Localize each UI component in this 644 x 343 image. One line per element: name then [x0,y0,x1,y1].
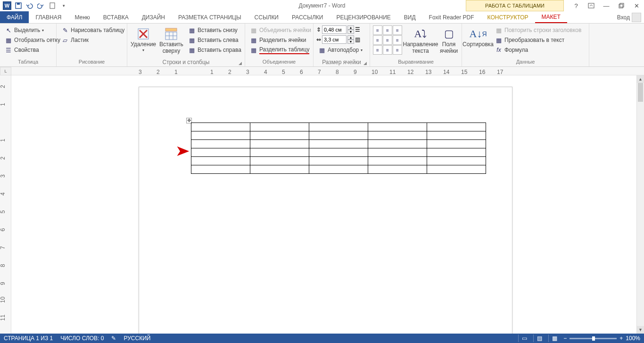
distribute-cols-icon[interactable]: ▥ [355,36,360,43]
tab-view[interactable]: ВИД [397,11,422,23]
table-row[interactable] [191,131,486,140]
page[interactable]: ✥ ➤ [139,87,512,334]
zoom-in-button[interactable]: + [619,335,623,342]
print-layout-button[interactable]: ▤ [533,335,545,342]
table-row[interactable] [191,140,486,148]
sort-button[interactable]: A↓ЯСортировка [465,25,491,49]
redo-button[interactable] [36,0,46,11]
sign-in[interactable]: Вход [617,11,641,24]
tab-foxit[interactable]: Foxit Reader PDF [422,11,481,23]
insert-below-button[interactable]: ▦Вставить снизу [186,25,243,35]
table-row[interactable] [191,148,486,157]
align-mc[interactable]: ≡ [383,35,392,45]
tab-references[interactable]: ССЫЛКИ [248,11,285,23]
maximize-button[interactable] [616,1,627,10]
view-gridlines-button[interactable]: ▦Отобразить сетку [3,35,62,45]
qat-customize-button[interactable]: ▾ [58,0,69,11]
svg-rect-2 [50,3,55,8]
width-up-button[interactable]: ▲ [347,35,354,40]
scroll-thumb[interactable] [638,83,643,102]
tab-table-layout[interactable]: МАКЕТ [535,11,567,23]
alignment-grid[interactable]: ≡≡≡ ≡≡≡ ≡≡≡ [373,25,402,55]
zoom-slider[interactable] [570,338,617,339]
col-width-input[interactable]: ⇔ ▲▼ ▥ [316,35,364,44]
pencil-icon: ✎ [61,26,69,34]
insert-left-icon: ▦ [188,36,196,44]
tab-page-layout[interactable]: РАЗМЕТКА СТРАНИЦЫ [172,11,248,23]
vertical-scrollbar[interactable]: ▲ ▼ [636,75,644,334]
group-label-draw: Рисование [59,59,124,66]
table-row[interactable] [191,123,486,131]
align-tl[interactable]: ≡ [373,25,382,35]
status-language[interactable]: РУССКИЙ [124,335,150,342]
col-width-field[interactable] [322,35,347,44]
dialog-launcher-icon[interactable]: ◢ [239,61,242,65]
table-row[interactable] [191,157,486,165]
document-area[interactable]: ✥ ➤ ▲ ▼ [11,75,644,334]
tab-mailings[interactable]: РАССЫЛКИ [285,11,330,23]
tab-menu[interactable]: Меню [68,11,96,23]
tab-design[interactable]: ДИЗАЙН [135,11,172,23]
select-button[interactable]: ↖Выделить▾ [3,25,62,35]
tab-home[interactable]: ГЛАВНАЯ [29,11,68,23]
table-tools-contextual-tab: РАБОТА С ТАБЛИЦАМИ [466,0,564,11]
minimize-button[interactable]: — [601,1,612,10]
align-bc[interactable]: ≡ [383,45,392,55]
formula-button[interactable]: fxФормула [493,45,583,55]
height-down-button[interactable]: ▼ [347,30,354,34]
insert-above-button[interactable]: Вставить сверху [158,25,184,56]
align-tr[interactable]: ≡ [393,25,402,35]
tab-review[interactable]: РЕЦЕНЗИРОВАНИЕ [330,11,397,23]
height-up-button[interactable]: ▲ [347,25,354,30]
undo-button[interactable] [25,0,35,11]
table-row[interactable] [191,165,486,174]
distribute-rows-icon[interactable]: ☰ [355,26,360,33]
tab-insert[interactable]: ВСТАВКА [97,11,135,23]
insert-left-button[interactable]: ▦Вставить слева [186,35,243,45]
eraser-button[interactable]: ▱Ластик [59,35,126,45]
insert-right-button[interactable]: ▦Вставить справа [186,45,243,55]
properties-button[interactable]: ☰Свойства [3,45,62,55]
status-page[interactable]: СТРАНИЦА 1 ИЗ 1 [4,335,53,342]
align-bl[interactable]: ≡ [373,45,382,55]
align-tc[interactable]: ≡ [383,25,392,35]
close-button[interactable]: ✕ [631,1,642,10]
split-table-button[interactable]: ▦Разделить таблицу [248,45,313,55]
horizontal-ruler[interactable]: 3211234567891011121314151617 [11,67,644,75]
width-down-button[interactable]: ▼ [347,40,354,44]
document-table[interactable] [191,122,486,174]
align-mr[interactable]: ≡ [393,35,402,45]
status-word-count[interactable]: ЧИСЛО СЛОВ: 0 [60,335,104,342]
row-height-field[interactable] [322,25,347,34]
save-button[interactable] [13,0,24,11]
sign-in-label: Вход [617,14,630,21]
align-br[interactable]: ≡ [393,45,402,55]
tab-file[interactable]: ФАЙЛ [0,11,29,23]
text-direction-button[interactable]: A⤵Направление текста [404,25,437,56]
zoom-level[interactable]: 100% [626,335,640,342]
align-ml[interactable]: ≡ [373,35,382,45]
ruler-corner[interactable]: L [0,67,11,75]
split-cells-button[interactable]: ▦Разделить ячейки [248,35,313,45]
autofit-button[interactable]: ▦Автоподбор▾ [316,45,364,55]
dialog-launcher-icon[interactable]: ◢ [363,61,367,65]
draw-table-button[interactable]: ✎Нарисовать таблицу [59,25,126,35]
delete-button[interactable]: Удаление▾ [130,25,157,53]
web-layout-button[interactable]: ▦ [548,335,561,342]
cell-margins-button[interactable]: ▢Поля ячейки [439,25,459,56]
read-mode-button[interactable]: ▭ [518,335,530,342]
new-doc-button[interactable] [47,0,58,11]
tab-table-design[interactable]: КОНСТРУКТОР [481,11,535,23]
status-proofing-icon[interactable]: ✎ [111,335,116,342]
vertical-ruler[interactable]: 211234567891011 [0,75,11,334]
insert-below-icon: ▦ [188,26,196,34]
ribbon-options-button[interactable] [586,1,597,10]
row-height-input[interactable]: ⇕ ▲▼ ☰ [316,25,364,34]
height-icon: ⇕ [316,26,321,33]
scroll-up-button[interactable]: ▲ [637,75,644,83]
help-button[interactable]: ? [570,1,582,10]
zoom-out-button[interactable]: − [563,335,567,342]
convert-to-text-button[interactable]: ▦Преобразовать в текст [493,35,583,45]
merge-icon: ▦ [250,26,257,34]
scroll-down-button[interactable]: ▼ [637,326,644,334]
